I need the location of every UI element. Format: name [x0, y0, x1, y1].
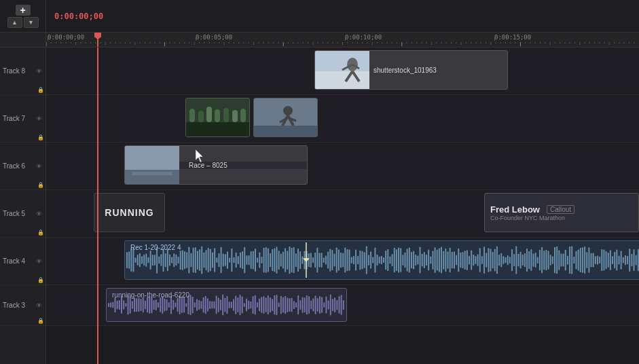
svg-rect-357 — [571, 246, 572, 274]
eye-icon-3[interactable]: 👁 — [35, 302, 43, 310]
svg-rect-451 — [235, 295, 236, 314]
track-label-6: Track 6 👁 🔒 — [0, 143, 45, 190]
svg-rect-133 — [223, 108, 229, 122]
lock-icon-6[interactable]: 🔒 — [37, 182, 44, 188]
svg-rect-342 — [539, 250, 541, 270]
svg-rect-324 — [500, 253, 502, 268]
svg-rect-469 — [274, 295, 275, 314]
svg-rect-154 — [137, 255, 139, 266]
svg-rect-205 — [246, 255, 247, 265]
track-row-5[interactable]: RUNNING Fred Lebow Callout Co-Founder NY… — [46, 190, 639, 238]
svg-rect-409 — [145, 300, 146, 309]
eye-icon-8[interactable]: 👁 — [35, 67, 43, 75]
svg-rect-217 — [272, 249, 273, 271]
eye-icon-4[interactable]: 👁 — [35, 257, 43, 266]
svg-rect-300 — [450, 248, 451, 273]
lock-icon-3[interactable]: 🔒 — [37, 318, 44, 324]
svg-rect-271 — [387, 249, 388, 271]
chevron-up-button[interactable]: ▲ — [7, 17, 22, 28]
svg-rect-352 — [560, 253, 562, 266]
svg-rect-436 — [203, 297, 204, 313]
svg-rect-362 — [582, 247, 583, 272]
svg-rect-173 — [178, 257, 179, 263]
svg-rect-274 — [394, 248, 395, 273]
svg-rect-413 — [153, 300, 155, 310]
svg-rect-135 — [240, 109, 246, 122]
svg-rect-338 — [530, 249, 532, 271]
svg-rect-363 — [584, 247, 585, 274]
track-label-4: Track 4 👁 🔒 — [0, 238, 45, 285]
clip-runners[interactable] — [185, 98, 250, 137]
svg-rect-322 — [496, 247, 498, 274]
track-row-7[interactable] — [46, 95, 639, 143]
svg-rect-176 — [184, 251, 185, 270]
svg-rect-410 — [147, 297, 148, 313]
svg-rect-336 — [526, 249, 528, 272]
eye-icon-5[interactable]: 👁 — [35, 210, 43, 218]
svg-rect-214 — [266, 247, 267, 273]
lock-icon-5[interactable]: 🔒 — [37, 230, 44, 236]
add-button[interactable]: + — [16, 5, 31, 16]
svg-rect-402 — [130, 296, 131, 313]
eye-icon-6[interactable]: 👁 — [35, 162, 43, 170]
svg-rect-210 — [257, 257, 258, 263]
svg-rect-473 — [282, 297, 284, 313]
track-row-3[interactable]: running-on-the-road-6220 — [46, 285, 639, 326]
clip-audio-1[interactable]: Rec 1-20-2022 4 — [124, 240, 639, 280]
svg-rect-501 — [343, 300, 344, 310]
lock-icon-8[interactable]: 🔒 — [37, 87, 44, 93]
svg-rect-430 — [190, 295, 191, 315]
svg-rect-283 — [413, 251, 414, 270]
svg-rect-323 — [498, 255, 500, 266]
chevron-down-button[interactable]: ▼ — [24, 17, 39, 28]
playhead-timecode: 0:00:00;00 — [54, 12, 103, 21]
svg-rect-244 — [329, 249, 331, 272]
svg-rect-482 — [302, 297, 304, 313]
svg-rect-364 — [586, 252, 587, 268]
clip-audio-2[interactable]: running-on-the-road-6220 — [106, 288, 347, 322]
svg-rect-147 — [132, 172, 172, 175]
svg-rect-442 — [216, 296, 217, 314]
clip-running-text[interactable]: RUNNING — [94, 193, 165, 232]
track-content-area: shutterstock_101963 — [46, 48, 639, 364]
svg-rect-385 — [631, 254, 632, 267]
svg-rect-368 — [595, 256, 596, 264]
svg-rect-298 — [445, 249, 446, 272]
svg-rect-256 — [355, 250, 357, 271]
svg-rect-237 — [314, 253, 316, 268]
clip-runner2[interactable] — [253, 98, 318, 137]
svg-rect-281 — [409, 248, 410, 273]
svg-rect-341 — [537, 257, 538, 263]
svg-rect-128 — [186, 122, 249, 136]
track-6-label: Track 6 — [3, 162, 33, 170]
svg-rect-294 — [437, 250, 438, 271]
track-row-8[interactable]: shutterstock_101963 — [46, 48, 639, 95]
track-labels: Track 8 👁 🔒 Track 7 👁 🔒 Track 6 👁 — [0, 48, 46, 364]
svg-rect-416 — [160, 297, 161, 312]
eye-icon-7[interactable]: 👁 — [35, 115, 43, 123]
svg-rect-472 — [280, 296, 282, 314]
svg-rect-278 — [402, 255, 403, 266]
svg-rect-239 — [319, 253, 321, 267]
svg-rect-495 — [330, 295, 331, 316]
lock-icon-4[interactable]: 🔒 — [37, 277, 44, 283]
track-row-4[interactable]: Rec 1-20-2022 4 — [46, 238, 639, 285]
svg-rect-411 — [149, 296, 150, 314]
svg-rect-331 — [515, 246, 517, 274]
svg-rect-189 — [212, 252, 213, 268]
svg-rect-467 — [270, 297, 271, 313]
clip-shutterstock-label: shutterstock_101963 — [369, 67, 441, 74]
svg-rect-172 — [175, 255, 177, 266]
ruler-track[interactable]: 0:00:00;00 0:00:05;00 0:00:10;00 0:00:15… — [46, 33, 639, 47]
svg-rect-153 — [135, 257, 136, 263]
lock-icon-7[interactable]: 🔒 — [37, 134, 44, 141]
clip-race[interactable]: Race – 8025 — [124, 145, 308, 185]
svg-rect-408 — [143, 297, 144, 312]
clip-callout[interactable]: Fred Lebow Callout Co-Founder NYC Marath… — [484, 193, 639, 232]
svg-rect-419 — [166, 299, 168, 310]
svg-rect-374 — [608, 253, 609, 268]
clip-shutterstock[interactable]: shutterstock_101963 — [314, 50, 508, 90]
track-row-6[interactable]: Race – 8025 — [46, 143, 639, 190]
svg-rect-386 — [634, 249, 635, 271]
svg-rect-340 — [535, 253, 536, 268]
